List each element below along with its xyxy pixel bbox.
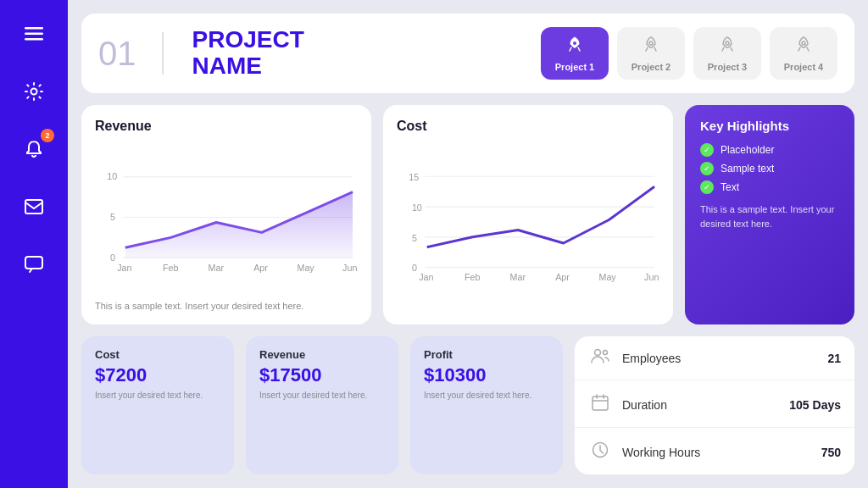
svg-text:0: 0 xyxy=(412,263,417,273)
duration-label: Duration xyxy=(622,398,779,412)
revenue-stat-card: Revenue $17500 Insert your desired text … xyxy=(246,336,398,474)
svg-point-3 xyxy=(31,89,37,95)
tab-project-1[interactable]: Project 1 xyxy=(541,27,609,80)
svg-text:0: 0 xyxy=(110,252,115,263)
svg-text:Jun: Jun xyxy=(342,263,357,273)
cost-stat-value: $7200 xyxy=(95,364,220,386)
svg-text:Jan: Jan xyxy=(419,272,433,282)
svg-rect-4 xyxy=(25,200,42,214)
profit-stat-card: Profit $10300 Insert your desired text h… xyxy=(410,336,563,474)
revenue-stat-desc: Insert your desired text here. xyxy=(259,390,385,402)
info-row-employees: Employees 21 xyxy=(575,336,854,380)
svg-text:5: 5 xyxy=(110,212,115,222)
svg-text:Mar: Mar xyxy=(209,263,225,273)
svg-rect-39 xyxy=(593,396,608,410)
revenue-chart-card: Revenue 10 5 0 xyxy=(81,105,371,324)
rocket-icon-1 xyxy=(565,36,584,58)
employees-label: Employees xyxy=(622,352,817,365)
cost-chart-svg: 15 10 5 0 Jan Feb Mar Apr May xyxy=(397,139,659,311)
profit-stat-desc: Insert your desired text here. xyxy=(424,390,549,402)
middle-row: Revenue 10 5 0 xyxy=(81,105,854,324)
sidebar: 2 xyxy=(0,0,68,488)
check-icon-2: ✓ xyxy=(700,162,714,175)
info-panel: Employees 21 Duration 105 Days xyxy=(575,336,854,474)
rocket-icon-4 xyxy=(794,36,813,58)
revenue-chart-title: Revenue xyxy=(95,119,358,134)
check-icon-3: ✓ xyxy=(700,180,714,194)
svg-text:Apr: Apr xyxy=(555,272,570,282)
tab-label-4: Project 4 xyxy=(784,62,823,72)
info-row-hours: Working Hours 750 xyxy=(575,430,854,474)
tab-project-2[interactable]: Project 2 xyxy=(617,27,685,80)
svg-point-8 xyxy=(726,42,729,45)
highlights-title: Key Highlights xyxy=(700,119,839,133)
header-card: 01 PROJECT NAME Project 1 xyxy=(81,14,854,93)
working-hours-value: 750 xyxy=(821,446,841,459)
rocket-icon-2 xyxy=(642,36,660,58)
highlights-card: Key Highlights ✓ Placeholder ✓ Sample te… xyxy=(685,105,854,324)
highlight-text-3: Text xyxy=(721,181,739,193)
tab-label-3: Project 3 xyxy=(708,62,747,72)
svg-rect-0 xyxy=(25,27,43,30)
revenue-stat-value: $17500 xyxy=(259,364,385,386)
working-hours-label: Working Hours xyxy=(622,446,811,459)
tab-project-4[interactable]: Project 4 xyxy=(770,27,837,80)
highlights-description: This is a sample text. Insert your desir… xyxy=(700,202,839,230)
svg-text:10: 10 xyxy=(412,202,422,213)
highlight-item-1: ✓ Placeholder xyxy=(700,143,839,157)
notification-icon[interactable]: 2 xyxy=(17,132,51,166)
highlight-text-2: Sample text xyxy=(721,163,774,175)
revenue-chart-area: 10 5 0 xyxy=(95,139,358,296)
svg-point-9 xyxy=(802,42,805,45)
clock-icon xyxy=(588,441,612,463)
cost-stat-desc: Insert your desired text here. xyxy=(95,390,220,402)
svg-text:Jun: Jun xyxy=(644,272,659,282)
svg-text:15: 15 xyxy=(409,172,419,182)
profit-stat-label: Profit xyxy=(424,348,549,361)
project-tabs: Project 1 Project 2 xyxy=(541,27,837,80)
mail-icon[interactable] xyxy=(17,190,51,224)
svg-rect-5 xyxy=(25,257,42,269)
revenue-stat-label: Revenue xyxy=(259,348,385,361)
cost-chart-area: 15 10 5 0 Jan Feb Mar Apr May xyxy=(397,139,659,311)
svg-rect-2 xyxy=(25,38,43,41)
highlight-item-2: ✓ Sample text xyxy=(700,162,839,175)
svg-point-37 xyxy=(595,350,601,356)
svg-text:Apr: Apr xyxy=(253,263,268,273)
svg-text:Mar: Mar xyxy=(510,272,526,282)
revenue-chart-svg: 10 5 0 xyxy=(95,139,358,296)
cost-chart-card: Cost 15 10 5 0 Jan Feb xyxy=(383,105,673,324)
notification-badge: 2 xyxy=(41,129,54,142)
calendar-icon xyxy=(588,394,612,415)
tab-label-1: Project 1 xyxy=(555,62,594,72)
cost-stat-label: Cost xyxy=(95,348,220,361)
project-number: 01 xyxy=(98,35,136,73)
svg-text:May: May xyxy=(297,263,314,273)
highlight-item-3: ✓ Text xyxy=(700,180,839,194)
svg-point-6 xyxy=(573,42,576,45)
rocket-icon-3 xyxy=(718,36,737,58)
chat-icon[interactable] xyxy=(17,247,51,281)
duration-value: 105 Days xyxy=(789,398,841,412)
svg-text:May: May xyxy=(598,272,616,282)
svg-text:10: 10 xyxy=(107,171,117,181)
svg-text:Jan: Jan xyxy=(117,263,131,273)
svg-point-38 xyxy=(604,351,608,355)
cost-stat-card: Cost $7200 Insert your desired text here… xyxy=(81,336,234,474)
svg-text:Feb: Feb xyxy=(465,272,481,282)
settings-icon[interactable] xyxy=(17,75,51,108)
svg-text:Feb: Feb xyxy=(163,263,179,273)
check-icon-1: ✓ xyxy=(700,143,714,157)
tab-label-2: Project 2 xyxy=(632,62,670,72)
cost-chart-title: Cost xyxy=(397,119,659,134)
svg-point-7 xyxy=(649,42,653,45)
tab-project-3[interactable]: Project 3 xyxy=(693,27,761,80)
menu-icon[interactable] xyxy=(17,17,51,51)
main-content: 01 PROJECT NAME Project 1 xyxy=(68,0,868,488)
bottom-row: Cost $7200 Insert your desired text here… xyxy=(81,336,854,474)
profit-stat-value: $10300 xyxy=(424,364,549,386)
highlight-text-1: Placeholder xyxy=(721,144,774,156)
svg-rect-1 xyxy=(25,33,43,36)
project-title: PROJECT NAME xyxy=(192,27,525,80)
employees-value: 21 xyxy=(827,352,841,365)
